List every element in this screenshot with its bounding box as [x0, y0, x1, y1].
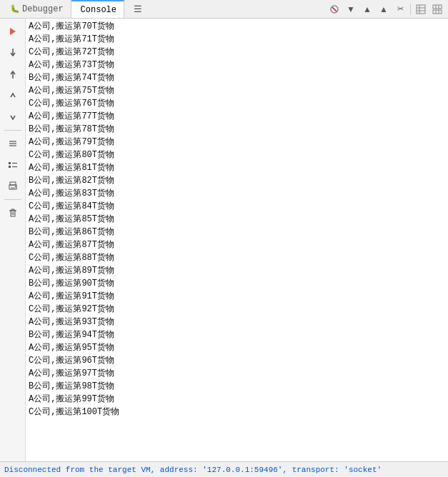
sidebar-print[interactable] — [3, 176, 23, 196]
svg-rect-22 — [10, 182, 16, 185]
sidebar-arrow-up[interactable] — [3, 86, 23, 106]
sidebar-list[interactable] — [3, 155, 23, 175]
tab-console-label: Console — [81, 5, 116, 15]
console-line: C公司,搬运第76T货物 — [29, 97, 445, 110]
console-line: B公司,搬运第86T货物 — [29, 226, 445, 239]
svg-point-25 — [15, 186, 16, 188]
console-line: A公司,搬运第87T货物 — [29, 239, 445, 251]
svg-rect-7 — [433, 10, 442, 14]
sidebar-lines[interactable] — [3, 134, 23, 154]
console-line: A公司,搬运第85T货物 — [29, 213, 445, 226]
console-line: C公司,搬运第80T货物 — [29, 149, 445, 161]
console-line: C公司,搬运第72T货物 — [29, 46, 445, 59]
tab-debugger-label: Debugger — [22, 4, 64, 14]
tab-debugger[interactable]: 🐛 Debugger — [3, 0, 71, 18]
console-line: A公司,搬运第70T货物 — [29, 20, 445, 33]
toolbar-resume[interactable]: ▼ — [343, 1, 359, 17]
svg-line-1 — [332, 7, 337, 11]
console-line: A公司,搬运第97T货物 — [29, 367, 445, 380]
sidebar-arrow-down[interactable] — [3, 107, 23, 127]
svg-rect-18 — [9, 162, 11, 164]
console-line: A公司,搬运第79T货物 — [29, 136, 445, 149]
console-line: A公司,搬运第75T货物 — [29, 84, 445, 97]
sidebar-delete[interactable] — [3, 203, 23, 223]
status-bar: Disconnected from the target VM, address… — [0, 461, 448, 477]
toolbar-stop[interactable] — [327, 1, 342, 17]
console-line: A公司,搬运第77T货物 — [29, 110, 445, 123]
status-text: Disconnected from the target VM, address… — [4, 466, 382, 474]
console-line: B公司,搬运第98T货物 — [29, 380, 445, 393]
console-line: B公司,搬运第78T货物 — [29, 123, 445, 136]
console-line: C公司,搬运第96T货物 — [29, 354, 445, 367]
menu-icon[interactable]: ☰ — [130, 1, 146, 17]
console-line: A公司,搬运第95T货物 — [29, 341, 445, 354]
sidebar-run[interactable] — [3, 21, 23, 41]
toolbar-grid[interactable] — [429, 1, 445, 17]
svg-rect-26 — [11, 211, 15, 216]
toolbar-sep1 — [410, 4, 411, 15]
console-line: A公司,搬运第71T货物 — [29, 33, 445, 46]
console-line: A公司,搬运第93T货物 — [29, 316, 445, 328]
console-line: A公司,搬运第99T货物 — [29, 393, 445, 406]
toolbar-table[interactable] — [413, 1, 429, 17]
toolbar-step[interactable]: ▲ — [376, 1, 392, 17]
console-line: A公司,搬运第81T货物 — [29, 161, 445, 174]
svg-marker-12 — [10, 28, 16, 35]
console-line: A公司,搬运第83T货物 — [29, 187, 445, 200]
svg-rect-2 — [417, 5, 425, 14]
console-line: B公司,搬运第94T货物 — [29, 328, 445, 341]
svg-rect-24 — [11, 187, 15, 189]
tab-bar: 🐛 Debugger Console ☰ ▼ ▲ ▲ ✂ — [0, 0, 448, 19]
console-line: C公司,搬运第100T货物 — [29, 406, 445, 418]
console-line: C公司,搬运第84T货物 — [29, 200, 445, 213]
sidebar-sep2 — [4, 199, 21, 200]
console-line: A公司,搬运第89T货物 — [29, 264, 445, 277]
console-line: A公司,搬运第73T货物 — [29, 59, 445, 71]
svg-rect-6 — [433, 5, 442, 9]
svg-rect-20 — [9, 166, 11, 168]
sidebar-step-up[interactable] — [3, 64, 23, 84]
toolbar-pause[interactable]: ▲ — [359, 1, 375, 17]
tab-console[interactable]: Console — [71, 0, 124, 18]
main-area: A公司,搬运第70T货物A公司,搬运第71T货物C公司,搬运第72T货物A公司,… — [0, 19, 448, 461]
console-line: C公司,搬运第92T货物 — [29, 303, 445, 316]
console-line: B公司,搬运第90T货物 — [29, 277, 445, 290]
sidebar — [0, 19, 26, 461]
console-line: B公司,搬运第74T货物 — [29, 71, 445, 84]
console-line: C公司,搬运第88T货物 — [29, 251, 445, 264]
console-output[interactable]: A公司,搬运第70T货物A公司,搬运第71T货物C公司,搬运第72T货物A公司,… — [26, 19, 448, 461]
toolbar-cut[interactable]: ✂ — [392, 1, 408, 17]
console-line: A公司,搬运第91T货物 — [29, 290, 445, 303]
sidebar-sep1 — [4, 130, 21, 131]
console-line: B公司,搬运第82T货物 — [29, 174, 445, 187]
sidebar-step-down[interactable] — [3, 43, 23, 63]
debugger-icon: 🐛 — [10, 4, 20, 14]
